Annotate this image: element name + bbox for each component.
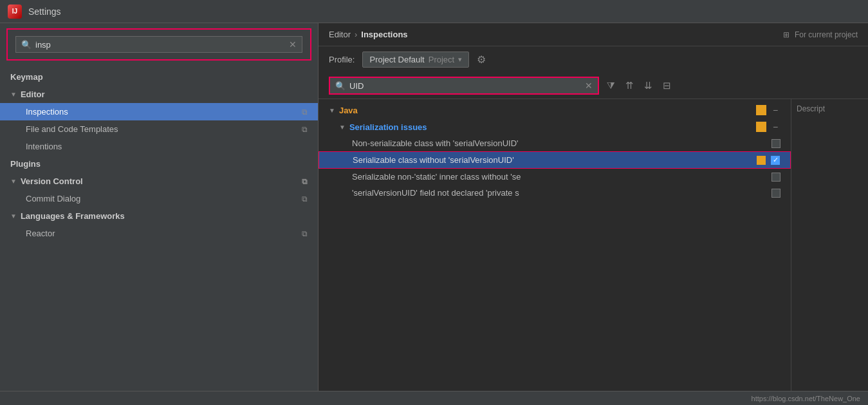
breadcrumb-parent: Editor [329, 30, 351, 39]
inspections-copy-icon: ⧉ [302, 108, 308, 117]
collapse-all-btn[interactable]: ⇊ [642, 79, 655, 93]
serialization-chevron: ▼ [339, 124, 346, 131]
sidebar-search-input[interactable] [35, 40, 289, 50]
for-current-project-label[interactable]: For current project [795, 30, 858, 39]
file-code-templates-copy-icon: ⧉ [302, 125, 308, 134]
tree-item-non-serializable[interactable]: Non-serializable class with 'serialVersi… [319, 135, 791, 151]
svg-rect-2 [757, 156, 766, 165]
search-icon: 🔍 [21, 40, 32, 50]
sidebar-item-file-code-templates[interactable]: File and Code Templates ⧉ [0, 120, 318, 138]
serialization-minus-btn[interactable]: − [770, 122, 780, 132]
breadcrumb-bar: Editor › Inspections ⊞ For current proje… [319, 23, 868, 46]
sidebar-search-wrapper: 🔍 ✕ [6, 28, 311, 61]
tree-group-java[interactable]: ▼ Java − [319, 102, 791, 118]
nav-section: Keymap ▼ Editor Inspections ⧉ File and C… [0, 66, 318, 245]
serial-not-private-checkbox[interactable] [771, 189, 780, 198]
sidebar-item-plugins[interactable]: Plugins [0, 155, 318, 173]
non-serializable-label: Non-serializable class with 'serialVersi… [352, 138, 766, 148]
serialization-color-indicator [756, 122, 766, 132]
breadcrumb-current: Inspections [361, 30, 407, 39]
tree-item-serializable-without-uid[interactable]: Serializable class without 'serialVersio… [319, 151, 791, 169]
breadcrumb-sep: › [355, 30, 357, 39]
right-panel: Editor › Inspections ⊞ For current proje… [319, 23, 868, 391]
svg-rect-1 [756, 122, 766, 132]
java-color-indicator [756, 105, 766, 115]
sidebar-item-keymap[interactable]: Keymap [0, 68, 318, 86]
status-bar: https://blog.csdn.net/TheNew_One [0, 391, 868, 405]
sidebar-item-reactor[interactable]: Reactor ⧉ [0, 225, 318, 242]
app-logo: IJ [8, 5, 22, 19]
serializable-inner-checkbox[interactable] [771, 173, 780, 182]
commit-dialog-copy-icon: ⧉ [302, 194, 308, 203]
filter-search-clear[interactable]: ✕ [585, 80, 593, 91]
serializable-without-uid-checkbox[interactable]: ✓ [771, 156, 780, 165]
sidebar: 🔍 ✕ Keymap ▼ Editor Inspections ⧉ [0, 23, 319, 391]
serializable-inner-label: Serializable non-'static' inner class wi… [352, 172, 766, 182]
sidebar-item-commit-dialog[interactable]: Commit Dialog ⧉ [0, 190, 318, 207]
for-current-project-icon: ⊞ [783, 30, 790, 39]
sidebar-item-editor[interactable]: ▼ Editor [0, 86, 318, 103]
reactor-copy-icon: ⧉ [302, 229, 308, 238]
languages-chevron: ▼ [10, 212, 17, 220]
title-bar: IJ Settings [0, 0, 868, 23]
view-toggle-btn[interactable]: ⊟ [660, 79, 674, 93]
java-minus-btn[interactable]: − [770, 105, 780, 115]
version-control-copy-icon: ⧉ [302, 177, 308, 186]
java-chevron: ▼ [329, 107, 335, 114]
serializable-without-uid-label: Serializable class without 'serialVersio… [353, 155, 753, 165]
profile-label: Profile: [329, 55, 355, 64]
inspection-tree: ▼ Java − ▼ Serialization issues − [319, 99, 791, 391]
serial-not-private-label: 'serialVersionUID' field not declared 'p… [352, 188, 766, 198]
serialization-group-label: Serialization issues [349, 122, 427, 132]
description-panel: Descript [791, 99, 868, 391]
window-title: Settings [28, 6, 61, 17]
description-label: Descript [797, 104, 825, 113]
editor-chevron: ▼ [10, 91, 17, 98]
profile-sub-value: Project [429, 55, 454, 64]
profile-dropdown-icon: ▾ [458, 55, 462, 64]
breadcrumb-actions: ⊞ For current project [783, 30, 858, 39]
svg-rect-0 [756, 105, 766, 115]
filter-search-icon: 🔍 [335, 81, 346, 91]
sidebar-item-intentions[interactable]: Intentions [0, 138, 318, 155]
non-serializable-checkbox[interactable] [771, 139, 780, 148]
sidebar-item-version-control[interactable]: ▼ Version Control ⧉ [0, 173, 318, 190]
profile-select[interactable]: Project Default Project ▾ [362, 52, 469, 68]
sidebar-search-clear[interactable]: ✕ [289, 39, 297, 50]
sidebar-item-inspections[interactable]: Inspections ⧉ [0, 103, 318, 120]
expand-all-btn[interactable]: ⇈ [623, 79, 636, 93]
tree-group-serialization[interactable]: ▼ Serialization issues − [319, 118, 791, 135]
sidebar-item-languages-frameworks[interactable]: ▼ Languages & Frameworks [0, 207, 318, 225]
serializable-color-indicator [757, 156, 766, 165]
tree-item-serial-not-private[interactable]: 'serialVersionUID' field not declared 'p… [319, 185, 791, 201]
sidebar-search-bar: 🔍 ✕ [15, 36, 302, 53]
version-control-chevron: ▼ [10, 178, 17, 185]
filter-search-input[interactable] [349, 81, 585, 91]
filter-funnel-btn[interactable]: ⧩ [604, 79, 618, 93]
profile-gear-icon[interactable]: ⚙ [477, 53, 486, 66]
profile-value: Project Default [369, 55, 424, 64]
filter-bar: 🔍 ✕ ⧩ ⇈ ⇊ ⊟ [319, 73, 868, 99]
profile-row: Profile: Project Default Project ▾ ⚙ [319, 46, 868, 73]
filter-search-wrapper: 🔍 ✕ [329, 77, 599, 95]
java-group-label: Java [339, 106, 358, 115]
main-container: 🔍 ✕ Keymap ▼ Editor Inspections ⧉ [0, 23, 868, 391]
tree-item-serializable-inner[interactable]: Serializable non-'static' inner class wi… [319, 169, 791, 185]
status-url: https://blog.csdn.net/TheNew_One [752, 395, 860, 402]
